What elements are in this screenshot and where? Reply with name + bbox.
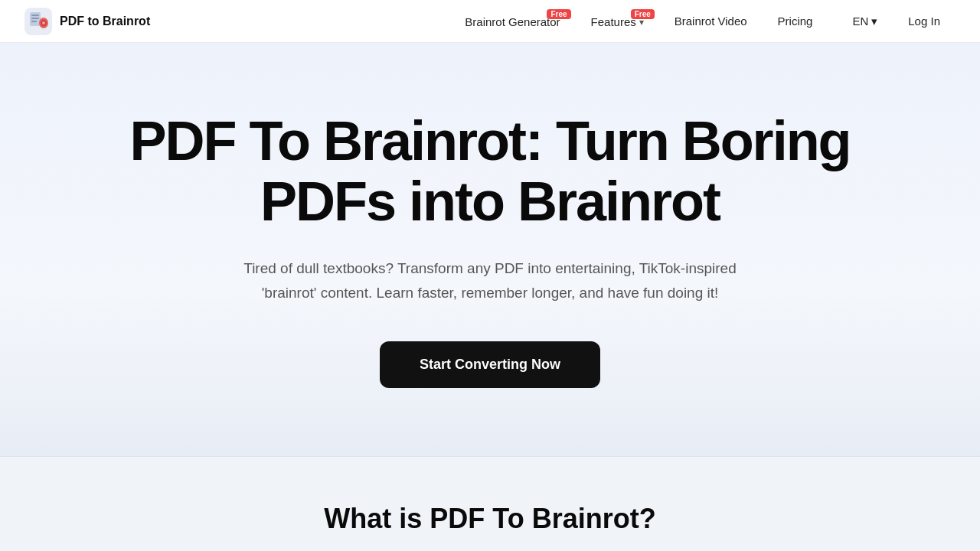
navbar-right: EN ▾ Log In xyxy=(843,8,956,34)
free-badge-features: Free xyxy=(631,9,655,19)
brand-logo xyxy=(24,8,52,35)
nav-item-brainrot-generator[interactable]: Brainrot Generator Free xyxy=(452,8,572,34)
login-button[interactable]: Log In xyxy=(893,8,956,34)
free-badge-generator: Free xyxy=(547,9,570,19)
what-is-section: What is PDF To Brainrot? xyxy=(0,456,980,551)
nav-label-brainrot-generator: Brainrot Generator xyxy=(465,15,560,28)
navbar: PDF to Brainrot Brainrot Generator Free … xyxy=(0,0,980,43)
svg-rect-4 xyxy=(31,21,37,22)
nav-item-pricing[interactable]: Pricing xyxy=(766,8,825,34)
svg-rect-2 xyxy=(31,15,39,16)
hero-section: PDF To Brainrot: Turn Boring PDFs into B… xyxy=(0,43,980,456)
language-code: EN xyxy=(852,15,868,28)
svg-rect-3 xyxy=(31,18,39,19)
nav-label-features: Features xyxy=(591,15,636,28)
hero-subtitle: Tired of dull textbooks? Transform any P… xyxy=(237,256,743,305)
hero-title: PDF To Brainrot: Turn Boring PDFs into B… xyxy=(69,111,911,232)
language-chevron-icon: ▾ xyxy=(871,15,877,28)
svg-point-6 xyxy=(42,21,45,24)
nav-label-brainrot-video: Brainrot Video xyxy=(675,15,747,28)
brand-logo-link[interactable]: PDF to Brainrot xyxy=(24,8,150,35)
nav-item-features[interactable]: Features ▾ Free xyxy=(579,8,656,34)
nav-links: Brainrot Generator Free Features ▾ Free … xyxy=(452,8,825,34)
nav-item-brainrot-video[interactable]: Brainrot Video xyxy=(662,8,760,34)
nav-label-pricing: Pricing xyxy=(778,15,813,28)
language-selector[interactable]: EN ▾ xyxy=(843,8,887,34)
what-is-title: What is PDF To Brainrot? xyxy=(24,503,956,535)
brand-name: PDF to Brainrot xyxy=(60,15,150,28)
cta-start-converting-button[interactable]: Start Converting Now xyxy=(380,341,600,388)
